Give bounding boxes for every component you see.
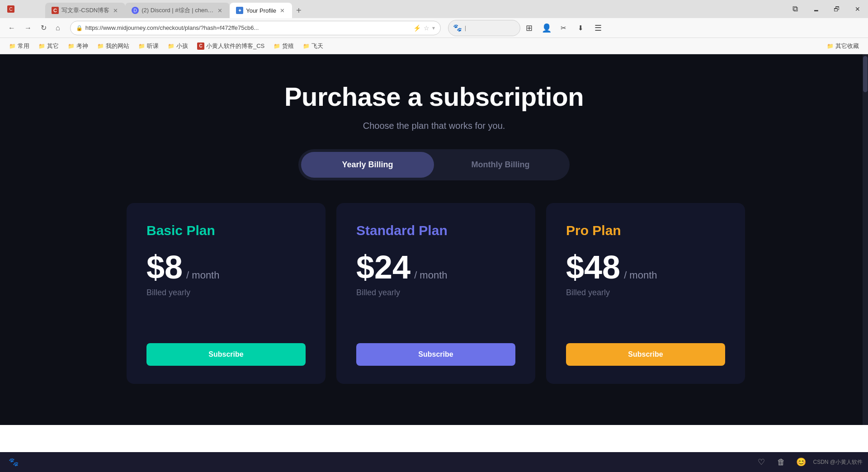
back-button[interactable]: ← bbox=[5, 22, 18, 34]
folder-icon: 📁 bbox=[303, 43, 310, 49]
folder-icon: 📁 bbox=[827, 43, 834, 49]
taskbar-trash-icon[interactable]: 🗑 bbox=[773, 454, 789, 470]
bookmark-feitian[interactable]: 📁 飞天 bbox=[299, 40, 327, 52]
bookmark-label: 其它收藏 bbox=[835, 42, 859, 50]
basic-price-amount: $8 bbox=[146, 251, 183, 283]
standard-billed-period: Billed yearly bbox=[356, 288, 515, 297]
taskbar-heart-icon[interactable]: ♡ bbox=[753, 454, 769, 470]
pro-subscribe-button[interactable]: Subscribe bbox=[566, 343, 725, 366]
tab-close-3[interactable]: ✕ bbox=[279, 6, 286, 15]
folder-icon: 📁 bbox=[38, 43, 45, 49]
standard-plan-price: $24 / month bbox=[356, 251, 515, 283]
bookmark-label: 货殖 bbox=[282, 42, 294, 50]
browser-title-bar: C C 写文章-CSDN博客 ✕ D (2) Discord | #综合 | c… bbox=[0, 0, 868, 18]
bookmark-label: 其它 bbox=[47, 42, 59, 50]
forward-button[interactable]: → bbox=[22, 22, 34, 34]
browser-action-icons: 🐾 | ⊞ 👤 ✂ ⬇ ☰ bbox=[448, 20, 606, 36]
window-controls: ⧉ 🗕 🗗 ✕ bbox=[785, 0, 868, 18]
csdn-favicon: C bbox=[197, 42, 204, 50]
taskbar-paw-icon[interactable]: 🐾 bbox=[5, 454, 22, 470]
yearly-billing-option[interactable]: Yearly Billing bbox=[301, 152, 434, 178]
folder-icon: 📁 bbox=[168, 43, 175, 49]
bottom-taskbar: 🐾 ♡ 🗑 😊 CSDN @小黄人软件 bbox=[0, 452, 868, 472]
tab-close-2[interactable]: ✕ bbox=[217, 6, 223, 15]
tab-favicon-midjourney: ✦ bbox=[236, 7, 243, 14]
new-tab-button[interactable]: + bbox=[292, 4, 306, 17]
taskbar-user-icon[interactable]: 😊 bbox=[793, 454, 809, 470]
lightning-icon: ⚡ bbox=[413, 24, 421, 32]
maximize-button[interactable]: 🗗 bbox=[826, 2, 847, 16]
pro-billed-period: Billed yearly bbox=[566, 288, 725, 297]
refresh-button[interactable]: ↻ bbox=[38, 22, 49, 34]
standard-price-amount: $24 bbox=[356, 251, 410, 283]
url-text: https://www.midjourney.com/checkout/plan… bbox=[85, 24, 410, 31]
bookmark-other-collections[interactable]: 📁 其它收藏 bbox=[823, 40, 863, 52]
pro-price-amount: $48 bbox=[566, 251, 620, 283]
monthly-billing-option[interactable]: Monthly Billing bbox=[434, 152, 567, 178]
taskbar-label: CSDN @小黄人软件 bbox=[813, 458, 863, 466]
standard-plan-name: Standard Plan bbox=[356, 223, 515, 238]
bookmark-haizi[interactable]: 📁 小孩 bbox=[164, 40, 192, 52]
folder-icon: 📁 bbox=[97, 43, 104, 49]
bookmark-kaoshen[interactable]: 📁 考神 bbox=[64, 40, 92, 52]
pro-price-period: / month bbox=[624, 269, 657, 281]
dropdown-icon[interactable]: ▾ bbox=[432, 25, 435, 31]
browser-tab-3[interactable]: ✦ Your Profile ✕ bbox=[230, 3, 292, 18]
bookmark-changyong[interactable]: 📁 常用 bbox=[5, 40, 33, 52]
scissors-icon[interactable]: ✂ bbox=[556, 20, 572, 36]
minimize-button[interactable]: 🗕 bbox=[806, 2, 826, 16]
folder-icon: 📁 bbox=[9, 43, 16, 49]
download-icon[interactable]: ⬇ bbox=[573, 20, 589, 36]
tab-close-1[interactable]: ✕ bbox=[112, 6, 119, 15]
pro-plan-card: Pro Plan $48 / month Billed yearly Subsc… bbox=[546, 203, 745, 384]
paw-search-icon: 🐾 bbox=[453, 24, 462, 32]
page-heading: Purchase a subscription Choose the plan … bbox=[284, 81, 584, 131]
basic-price-period: / month bbox=[186, 269, 219, 281]
bookmark-huozhi[interactable]: 📁 货殖 bbox=[270, 40, 297, 52]
bookmark-label: 考神 bbox=[76, 42, 88, 50]
billing-toggle: Yearly Billing Monthly Billing bbox=[298, 149, 570, 180]
basic-plan-price: $8 / month bbox=[146, 251, 306, 283]
folder-icon: 📁 bbox=[68, 43, 75, 49]
page-content: Purchase a subscription Choose the plan … bbox=[0, 54, 868, 425]
tab-favicon-csdn: C bbox=[52, 7, 59, 14]
bookmark-label: 常用 bbox=[18, 42, 29, 50]
basic-billed-period: Billed yearly bbox=[146, 288, 306, 297]
browser-tab-2[interactable]: D (2) Discord | #综合 | chenh... ✕ bbox=[125, 3, 230, 18]
tab-label-2: (2) Discord | #综合 | chenh... bbox=[142, 6, 214, 14]
bookmark-label: 我的网站 bbox=[106, 42, 129, 50]
standard-plan-card: Standard Plan $24 / month Billed yearly … bbox=[336, 203, 535, 384]
scrollbar-thumb[interactable] bbox=[863, 56, 868, 92]
bookmark-mysite[interactable]: 📁 我的网站 bbox=[94, 40, 133, 52]
basic-plan-name: Basic Plan bbox=[146, 223, 306, 238]
scrollbar[interactable] bbox=[863, 54, 868, 425]
navigation-bar: ← → ↻ ⌂ 🔒 https://www.midjourney.com/che… bbox=[0, 18, 868, 38]
page-subtitle: Choose the plan that works for you. bbox=[284, 121, 584, 131]
tab-favicon-discord: D bbox=[132, 7, 139, 14]
menu-icon[interactable]: ☰ bbox=[590, 20, 606, 36]
profile-icon[interactable]: 👤 bbox=[538, 20, 555, 36]
bookmark-qita[interactable]: 📁 其它 bbox=[35, 40, 62, 52]
basic-plan-card: Basic Plan $8 / month Billed yearly Subs… bbox=[127, 203, 326, 384]
lock-icon: 🔒 bbox=[76, 25, 83, 31]
pro-plan-name: Pro Plan bbox=[566, 223, 725, 238]
folder-icon: 📁 bbox=[138, 43, 145, 49]
standard-price-period: / month bbox=[414, 269, 447, 281]
page-title: Purchase a subscription bbox=[284, 81, 584, 112]
bookmark-label: 小孩 bbox=[176, 42, 188, 50]
star-icon[interactable]: ☆ bbox=[424, 24, 429, 32]
microsoft-icon[interactable]: ⊞ bbox=[521, 20, 538, 36]
extensions-icon[interactable]: ⧉ bbox=[785, 2, 806, 16]
search-input-box[interactable]: 🐾 | bbox=[448, 20, 520, 36]
pro-plan-price: $48 / month bbox=[566, 251, 725, 283]
browser-tab-1[interactable]: C 写文章-CSDN博客 ✕ bbox=[45, 3, 125, 18]
standard-subscribe-button[interactable]: Subscribe bbox=[356, 343, 515, 366]
address-bar[interactable]: 🔒 https://www.midjourney.com/checkout/pl… bbox=[70, 21, 441, 35]
bookmark-csdn[interactable]: C 小黄人软件的博客_CS bbox=[193, 40, 268, 52]
basic-subscribe-button[interactable]: Subscribe bbox=[146, 343, 306, 366]
home-button[interactable]: ⌂ bbox=[53, 22, 63, 34]
close-button[interactable]: ✕ bbox=[847, 2, 868, 16]
bookmark-tingke[interactable]: 📁 听课 bbox=[135, 40, 162, 52]
bookmark-label: 飞天 bbox=[311, 42, 323, 50]
bookmark-label: 听课 bbox=[147, 42, 159, 50]
